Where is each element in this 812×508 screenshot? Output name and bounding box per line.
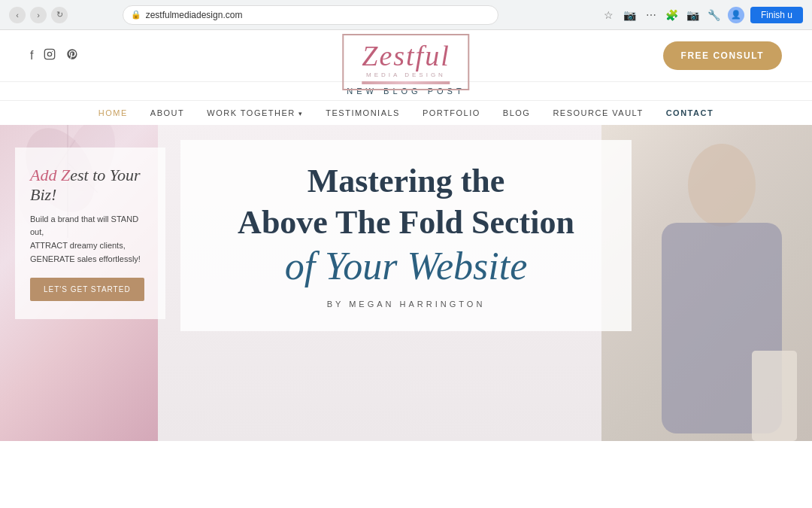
logo-box: Zestful Media Design bbox=[342, 34, 469, 90]
star-icon[interactable]: ☆ bbox=[601, 8, 617, 23]
svg-point-1 bbox=[48, 52, 52, 56]
blog-title-line1: Mastering the bbox=[211, 163, 601, 201]
hero-section: Add Zest to Your Biz! Build a brand that… bbox=[0, 125, 812, 441]
svg-point-2 bbox=[52, 51, 53, 52]
hero-center-overlay: Mastering the Above The Fold Section of … bbox=[180, 140, 632, 331]
finish-button[interactable]: Finish u bbox=[750, 7, 803, 23]
reload-button[interactable]: ↻ bbox=[51, 7, 68, 23]
svg-point-9 bbox=[688, 144, 756, 227]
cta-button[interactable]: LET'S GET STARTED bbox=[30, 278, 144, 301]
site-header: f Zestful Media Design FREE CON bbox=[0, 30, 812, 81]
nav-contact[interactable]: CONTACT bbox=[666, 108, 714, 117]
svg-rect-11 bbox=[752, 351, 797, 441]
address-bar[interactable]: 🔒 zestfulmediadesign.com bbox=[123, 5, 498, 25]
nav-home[interactable]: HOME bbox=[98, 108, 128, 117]
url-text: zestfulmediadesign.com bbox=[146, 10, 243, 20]
nav-testimonials[interactable]: TESTIMONIALS bbox=[326, 108, 400, 117]
hero-tagline-sub: Build a brand that will STAND out, ATTRA… bbox=[30, 213, 150, 266]
logo-sub: Media Design bbox=[362, 71, 450, 78]
lock-icon: 🔒 bbox=[131, 10, 141, 20]
facebook-icon[interactable]: f bbox=[30, 49, 33, 62]
blog-title-line2: Above The Fold Section bbox=[211, 204, 601, 242]
browser-chrome: ‹ › ↻ 🔒 zestfulmediadesign.com ☆ 📷 ⋯ 🧩 📷… bbox=[0, 0, 812, 30]
instagram-icon[interactable]: 📷 bbox=[686, 8, 701, 23]
browser-controls: ‹ › ↻ bbox=[9, 7, 68, 23]
nav-portfolio[interactable]: PORTFOLIO bbox=[423, 108, 480, 117]
tagline-line1: Build a brand that will STAND out, bbox=[30, 214, 138, 237]
social-icons: f bbox=[30, 48, 78, 63]
puzzle-icon[interactable]: 🧩 bbox=[665, 8, 680, 23]
extension-icon[interactable]: 🔧 bbox=[707, 8, 722, 23]
instagram-icon[interactable] bbox=[44, 48, 56, 63]
browser-actions: ☆ 📷 ⋯ 🧩 📷 🔧 👤 Finish u bbox=[601, 7, 803, 23]
nav-work-together[interactable]: WORK TOGETHER bbox=[207, 108, 303, 117]
forward-button[interactable]: › bbox=[30, 7, 47, 23]
back-button[interactable]: ‹ bbox=[9, 7, 26, 23]
blog-title-script: of Your Website bbox=[211, 245, 601, 287]
hero-tagline-main: Add Zest to Your Biz! bbox=[30, 166, 150, 205]
website-content: f Zestful Media Design FREE CON bbox=[0, 30, 812, 508]
logo-text: Zestful bbox=[362, 41, 450, 70]
site-logo[interactable]: Zestful Media Design bbox=[342, 34, 469, 90]
blog-byline: BY MEGAN HARRINGTON bbox=[211, 300, 601, 309]
pinterest-icon[interactable] bbox=[66, 48, 78, 63]
tagline-line3: GENERATE sales effortlessly! bbox=[30, 254, 141, 263]
nav-blog[interactable]: BLOG bbox=[503, 108, 531, 117]
tagline-line2: ATTRACT dreamy clients, bbox=[30, 241, 126, 250]
hero-bg-right bbox=[601, 125, 812, 441]
svg-rect-0 bbox=[45, 49, 55, 59]
free-consult-button[interactable]: FREE CONSULT bbox=[663, 41, 782, 70]
menu-dots-icon[interactable]: ⋯ bbox=[644, 8, 659, 23]
camera-icon[interactable]: 📷 bbox=[623, 8, 638, 23]
nav-resource-vault[interactable]: RESOURCE VAULT bbox=[553, 108, 643, 117]
hero-left-card: Add Zest to Your Biz! Build a brand that… bbox=[15, 148, 165, 319]
user-avatar[interactable]: 👤 bbox=[728, 7, 744, 23]
nav-about[interactable]: ABOUT bbox=[150, 108, 184, 117]
site-navigation: HOME ABOUT WORK TOGETHER TESTIMONIALS PO… bbox=[0, 101, 812, 125]
